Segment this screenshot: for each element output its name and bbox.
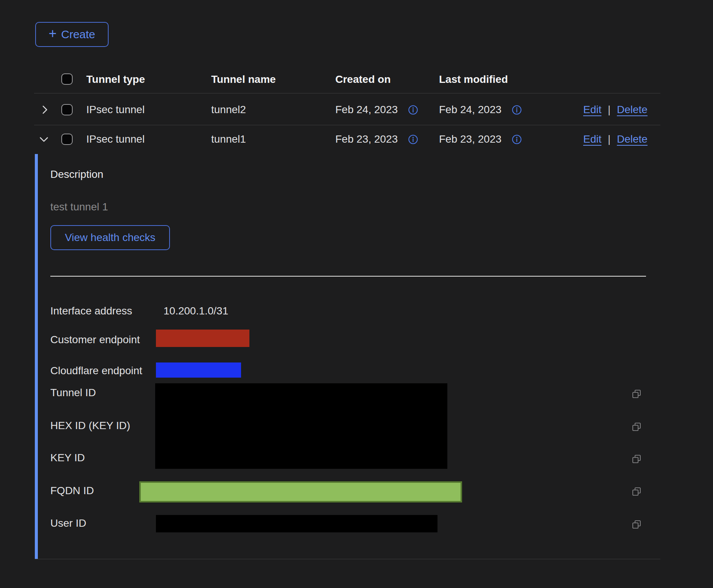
tunnel-name-cell: tunnel2	[211, 103, 246, 116]
chevron-down-icon[interactable]	[38, 133, 50, 145]
customer-endpoint-label: Customer endpoint	[50, 333, 140, 346]
fqdn-id-redacted-value	[139, 481, 462, 502]
description-value: test tunnel 1	[50, 201, 108, 213]
copy-icon[interactable]	[631, 486, 642, 498]
expanded-row-accent-bar	[35, 154, 38, 559]
delete-link[interactable]: Delete	[617, 133, 648, 146]
plus-icon: +	[48, 28, 56, 39]
row-checkbox[interactable]	[61, 104, 73, 115]
tunnel-id-label: Tunnel ID	[50, 386, 96, 399]
last-modified-cell: Feb 23, 2023	[439, 133, 501, 146]
created-on-cell: Feb 23, 2023	[335, 133, 398, 146]
view-health-checks-label: View health checks	[65, 232, 155, 244]
row-checkbox[interactable]	[61, 134, 73, 145]
chevron-right-icon[interactable]	[39, 104, 51, 116]
copy-icon[interactable]	[631, 454, 642, 466]
last-modified-cell: Feb 24, 2023	[439, 103, 501, 116]
column-header-tunnel-type: Tunnel type	[86, 73, 145, 86]
customer-endpoint-redacted-value	[156, 330, 249, 347]
action-separator: |	[608, 103, 610, 116]
edit-link[interactable]: Edit	[583, 103, 601, 116]
copy-icon[interactable]	[631, 519, 642, 531]
ids-redacted-block	[155, 383, 447, 469]
edit-link[interactable]: Edit	[583, 133, 601, 146]
cloudflare-endpoint-label: Cloudflare endpoint	[50, 364, 142, 377]
created-on-cell: Feb 24, 2023	[335, 103, 398, 116]
interface-address-label: Interface address	[50, 305, 132, 317]
info-icon[interactable]	[408, 134, 418, 146]
tunnel-type-cell: IPsec tunnel	[86, 103, 145, 116]
description-label: Description	[50, 168, 103, 181]
create-button-label: Create	[61, 28, 95, 41]
view-health-checks-button[interactable]: View health checks	[50, 225, 170, 250]
row-divider	[34, 125, 660, 125]
fqdn-id-label: FQDN ID	[50, 484, 94, 497]
info-icon[interactable]	[408, 105, 418, 117]
interface-address-value: 10.200.1.0/31	[163, 305, 228, 317]
copy-icon[interactable]	[631, 389, 642, 401]
select-all-checkbox[interactable]	[61, 73, 73, 85]
ipsec-tunnels-page: + Create Tunnel type Tunnel name Created…	[0, 0, 713, 588]
create-button[interactable]: + Create	[35, 22, 109, 47]
expanded-row-bottom-divider	[35, 559, 660, 559]
column-header-tunnel-name: Tunnel name	[211, 73, 276, 86]
info-icon[interactable]	[512, 134, 522, 146]
header-divider	[34, 93, 660, 93]
section-divider	[50, 276, 646, 277]
copy-icon[interactable]	[631, 422, 642, 434]
hex-id-label: HEX ID (KEY ID)	[50, 419, 130, 432]
column-header-last-modified: Last modified	[439, 73, 508, 86]
delete-link[interactable]: Delete	[617, 103, 648, 116]
column-header-created-on: Created on	[335, 73, 391, 86]
tunnel-name-cell: tunnel1	[211, 133, 246, 146]
cloudflare-endpoint-redacted-value	[156, 362, 241, 378]
info-icon[interactable]	[512, 105, 522, 117]
user-id-redacted-value	[156, 515, 437, 532]
key-id-label: KEY ID	[50, 451, 85, 464]
action-separator: |	[608, 133, 610, 146]
tunnel-type-cell: IPsec tunnel	[86, 133, 145, 146]
user-id-label: User ID	[50, 517, 86, 530]
